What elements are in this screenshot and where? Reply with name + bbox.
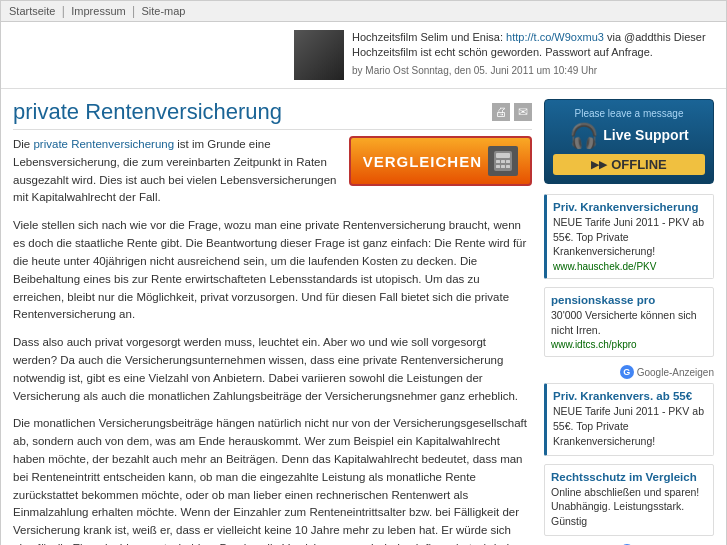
ls-offline-banner: ▶▶ OFFLINE bbox=[553, 154, 705, 175]
sidebar-ad-1-title[interactable]: Priv. Krankenversicherung bbox=[553, 201, 707, 213]
svg-rect-7 bbox=[506, 165, 510, 168]
ls-offline-label: OFFLINE bbox=[611, 157, 667, 172]
sidebar: Please leave a message 🎧 Live Support ▶▶… bbox=[544, 99, 714, 545]
link-private-rentenversicherung[interactable]: private Rentenversicherung bbox=[33, 138, 174, 150]
ls-headset-area: 🎧 Live Support bbox=[553, 122, 705, 150]
google-ads-text: Google-Anzeigen bbox=[637, 367, 714, 378]
compare-button-area[interactable]: VERGLEICHEN bbox=[349, 136, 532, 186]
sidebar-ad-4: Rechtsschutz im Vergleich Online abschli… bbox=[544, 464, 714, 536]
ls-arrows-icon: ▶▶ bbox=[591, 158, 607, 171]
content-para3: Dass also auch privat vorgesorgt werden … bbox=[13, 334, 532, 405]
title-actions: 🖨 ✉ bbox=[492, 103, 532, 121]
page-title: private Rentenversicherung 🖨 ✉ bbox=[13, 99, 532, 130]
sidebar-ad-4-text: Online abschließen und sparen! Unabhängi… bbox=[551, 486, 699, 527]
sidebar-ad-4-title[interactable]: Rechtsschutz im Vergleich bbox=[551, 471, 707, 483]
content-area: private Rentenversicherung 🖨 ✉ VERGLEICH… bbox=[13, 99, 532, 545]
compare-button-label: VERGLEICHEN bbox=[363, 153, 482, 170]
svg-rect-1 bbox=[496, 153, 510, 158]
sidebar-ad-2: pensionskasse pro 30'000 Versicherte kön… bbox=[544, 287, 714, 357]
avatar bbox=[294, 30, 344, 80]
content-para4: Die monatlichen Versicherungsbeiträge hä… bbox=[13, 415, 532, 545]
header: Hochzeitsfilm Selim und Enisa: http://t.… bbox=[1, 22, 726, 89]
google-ads-label-1: G Google-Anzeigen bbox=[544, 365, 714, 379]
headset-icon: 🎧 bbox=[569, 122, 599, 150]
svg-rect-6 bbox=[501, 165, 505, 168]
print-icon[interactable]: 🖨 bbox=[492, 103, 510, 121]
sidebar-ad-2-url: www.idtcs.ch/pkpro bbox=[551, 339, 707, 350]
sidebar-ad-1-text: NEUE Tarife Juni 2011 - PKV ab 55€. Top … bbox=[553, 216, 704, 257]
avatar-image bbox=[294, 30, 344, 80]
content-para2: Viele stellen sich nach wie vor die Frag… bbox=[13, 217, 532, 324]
ls-please-message: Please leave a message bbox=[553, 108, 705, 119]
header-post: Hochzeitsfilm Selim und Enisa: http://t.… bbox=[294, 30, 714, 80]
header-post-link[interactable]: http://t.co/W9oxmu3 bbox=[506, 31, 604, 43]
header-post-text: Hochzeitsfilm Selim und Enisa: http://t.… bbox=[352, 30, 714, 61]
svg-rect-3 bbox=[501, 160, 505, 163]
nav-sitemap[interactable]: Site-map bbox=[141, 5, 185, 17]
sidebar-ad-1-url: www.hauschek.de/PKV bbox=[553, 261, 707, 272]
main-layout: private Rentenversicherung 🖨 ✉ VERGLEICH… bbox=[1, 89, 726, 545]
live-support-widget[interactable]: Please leave a message 🎧 Live Support ▶▶… bbox=[544, 99, 714, 184]
sidebar-ad-3-text: NEUE Tarife Juni 2011 - PKV ab 55€. Top … bbox=[553, 405, 704, 446]
sidebar-ad-3-title[interactable]: Priv. Krankenvers. ab 55€ bbox=[553, 390, 707, 402]
header-post-content: Hochzeitsfilm Selim und Enisa: http://t.… bbox=[352, 30, 714, 76]
sidebar-ad-2-text: 30'000 Versicherte können sich nicht Irr… bbox=[551, 309, 697, 336]
ls-title: Live Support bbox=[603, 128, 689, 143]
nav-impressum[interactable]: Impressum bbox=[71, 5, 125, 17]
calculator-icon bbox=[488, 146, 518, 176]
sidebar-ad-2-title[interactable]: pensionskasse pro bbox=[551, 294, 707, 306]
svg-rect-5 bbox=[496, 165, 500, 168]
topbar-links[interactable]: Startseite | Impressum | Site-map bbox=[9, 4, 186, 18]
compare-button[interactable]: VERGLEICHEN bbox=[349, 136, 532, 186]
topbar: Startseite | Impressum | Site-map bbox=[1, 1, 726, 22]
sidebar-ad-3: Priv. Krankenvers. ab 55€ NEUE Tarife Ju… bbox=[544, 383, 714, 455]
sidebar-ad-1: Priv. Krankenversicherung NEUE Tarife Ju… bbox=[544, 194, 714, 279]
email-icon[interactable]: ✉ bbox=[514, 103, 532, 121]
svg-rect-4 bbox=[506, 160, 510, 163]
nav-startseite[interactable]: Startseite bbox=[9, 5, 55, 17]
svg-rect-2 bbox=[496, 160, 500, 163]
google-icon: G bbox=[620, 365, 634, 379]
header-post-meta: by Mario Ost Sonntag, den 05. Juni 2011 … bbox=[352, 65, 714, 76]
